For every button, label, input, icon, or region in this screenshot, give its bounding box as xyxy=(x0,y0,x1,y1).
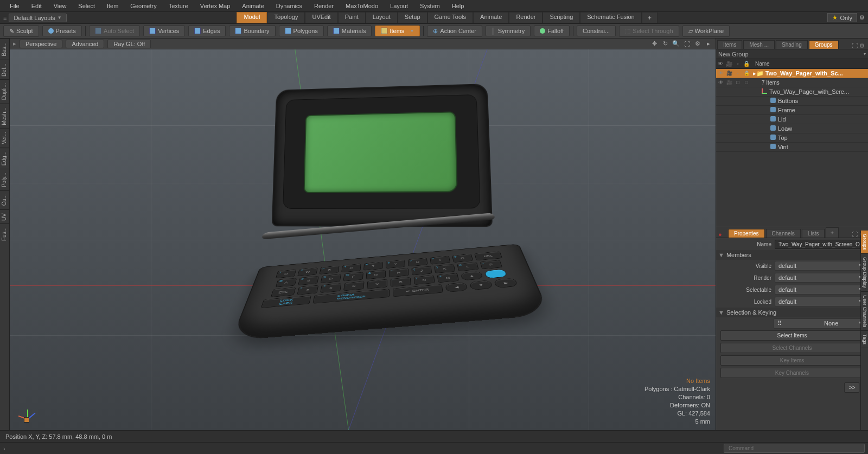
sculpt-button[interactable]: ✎Sculpt xyxy=(3,25,39,37)
layout-dropdown[interactable]: Default Layouts ▼ xyxy=(9,14,66,22)
maximize-icon[interactable]: ⛶ xyxy=(683,40,691,48)
prop-none-dropdown[interactable]: ⠿ None▾ xyxy=(774,318,865,329)
tree-row-item[interactable]: Vint xyxy=(716,143,868,152)
tab-animate[interactable]: Animate xyxy=(473,12,509,23)
tree-row-root[interactable]: 👁🎥◦🔒 ▸📁 Two_Way_Pager_with_Sc... xyxy=(716,69,868,78)
only-button[interactable]: ★ Only xyxy=(827,13,857,22)
menu-vertexmap[interactable]: Vertex Map xyxy=(195,2,236,10)
menu-animate[interactable]: Animate xyxy=(237,2,269,10)
vside-fusion[interactable]: Fus... xyxy=(0,223,9,244)
record-icon[interactable]: ● xyxy=(718,231,725,238)
key-channels-button[interactable]: Key Channels xyxy=(720,368,864,378)
rside-groupdisplay[interactable]: Group Display xyxy=(861,254,868,292)
prop-render-dropdown[interactable]: default▾ xyxy=(775,273,865,283)
ptab-properties[interactable]: Properties xyxy=(728,229,765,238)
materials-button[interactable]: Materials xyxy=(327,25,372,36)
move-icon[interactable]: ✥ xyxy=(650,40,658,48)
ptab-groups[interactable]: Groups xyxy=(809,40,839,49)
actioncenter-button[interactable]: ⊕Action Center xyxy=(427,25,482,37)
ptab-channels[interactable]: Channels xyxy=(766,229,801,238)
viewport-menu-icon[interactable]: ▸ xyxy=(13,40,16,47)
menu-system[interactable]: System xyxy=(414,2,445,10)
menu-maxtomodo[interactable]: MaxToModo xyxy=(340,2,384,10)
polygons-button[interactable]: Polygons xyxy=(279,25,324,36)
section-selkey[interactable]: ▼Selection & Keying xyxy=(716,308,868,317)
menu-file[interactable]: File xyxy=(4,2,25,10)
tree-row-item[interactable]: Loaw xyxy=(716,124,868,133)
render-icon[interactable]: 🎥 xyxy=(725,61,733,67)
tree-row-item[interactable]: Top xyxy=(716,133,868,143)
tree-row-count[interactable]: 👁🎥□□ 7 Items xyxy=(716,78,868,87)
tree-row-item[interactable]: Frame xyxy=(716,106,868,115)
gear-icon[interactable]: ⚙ xyxy=(694,40,701,48)
ptab-meshops[interactable]: Mesh ... xyxy=(743,40,775,49)
menu-layout[interactable]: Layout xyxy=(385,2,413,10)
select-channels-button[interactable]: Select Channels xyxy=(720,343,864,353)
chevron-right-icon[interactable]: › xyxy=(3,445,5,452)
maximize-icon[interactable]: ⛶ xyxy=(852,42,858,49)
menu-select[interactable]: Select xyxy=(73,2,100,10)
menu-view[interactable]: View xyxy=(48,2,72,10)
vside-uv[interactable]: UV xyxy=(0,209,9,224)
tab-render[interactable]: Render xyxy=(509,12,542,23)
tab-model[interactable]: Model xyxy=(237,12,267,23)
vside-edge[interactable]: Edg... xyxy=(0,148,9,169)
menu-item[interactable]: Item xyxy=(101,2,124,10)
section-members[interactable]: ▼Members xyxy=(716,250,868,260)
axis-gizmo[interactable] xyxy=(16,402,38,424)
symmetry-button[interactable]: ║Symmetry xyxy=(486,25,531,36)
gear-icon[interactable]: ⚙ xyxy=(859,14,865,21)
prop-visible-dropdown[interactable]: default▾ xyxy=(775,261,865,271)
tab-topology[interactable]: Topology xyxy=(267,12,305,23)
tab-scripting[interactable]: Scripting xyxy=(542,12,580,23)
key-items-button[interactable]: Key Items xyxy=(720,355,864,366)
items-button[interactable]: Items▼ xyxy=(375,25,420,36)
tab-schematicfusion[interactable]: Schematic Fusion xyxy=(580,12,641,23)
constrain-button[interactable]: Constrai... xyxy=(577,25,616,36)
viewport-3d[interactable]: 1Q2W3E4R5T6Y7U8I9ODEL @A#S$D%F&G*H(J)K0L… xyxy=(10,49,716,430)
tree-row-item[interactable]: Lid xyxy=(716,115,868,124)
menu-geometry[interactable]: Geometry xyxy=(125,2,162,10)
shading-dropdown[interactable]: Advanced xyxy=(66,40,104,48)
vside-mesh[interactable]: Mesh... xyxy=(0,104,9,129)
rside-tags[interactable]: Tags xyxy=(861,331,868,348)
falloff-button[interactable]: Falloff xyxy=(534,25,570,36)
maximize-icon[interactable]: ⛶ xyxy=(852,231,858,238)
lock-icon[interactable]: 🔒 xyxy=(742,61,751,67)
boundary-button[interactable]: Boundary xyxy=(229,25,275,36)
zoom-icon[interactable]: 🔍 xyxy=(672,40,680,48)
tab-gametools[interactable]: Game Tools xyxy=(427,12,474,23)
more-button[interactable]: >> xyxy=(844,382,859,393)
menu-render[interactable]: Render xyxy=(309,2,339,10)
tab-setup[interactable]: Setup xyxy=(398,12,427,23)
vside-curve[interactable]: Cu... xyxy=(0,190,9,209)
vside-deform[interactable]: Def... xyxy=(0,60,9,80)
raygl-dropdown[interactable]: Ray GL: Off xyxy=(107,40,151,48)
vside-basic[interactable]: Bas... xyxy=(0,39,9,60)
autoselect-button[interactable]: Auto Select xyxy=(89,25,140,36)
ptab-items[interactable]: Items xyxy=(717,40,742,49)
ptab-lists[interactable]: Lists xyxy=(802,229,825,238)
tab-add[interactable]: ＋ xyxy=(642,12,658,23)
selectthrough-button[interactable]: ⬚Select Through xyxy=(619,25,679,37)
rside-userchannels[interactable]: User Channels xyxy=(861,292,868,331)
gear-icon[interactable]: ⚙ xyxy=(859,42,866,49)
menu-help[interactable]: Help xyxy=(446,2,470,10)
chevron-right-icon[interactable]: ▸ xyxy=(705,40,712,48)
tab-layout[interactable]: Layout xyxy=(366,12,398,23)
grip-icon[interactable]: ≡ xyxy=(3,15,7,21)
menu-texture[interactable]: Texture xyxy=(163,2,194,10)
prop-name-field[interactable] xyxy=(775,240,865,249)
ptab-add[interactable]: ＋ xyxy=(826,227,839,238)
tab-paint[interactable]: Paint xyxy=(338,12,366,23)
rside-groups[interactable]: Groups xyxy=(861,231,868,254)
tree-row-locator[interactable]: Two_Way_Pager_with_Scre... xyxy=(716,87,868,97)
eye-icon[interactable]: 👁 xyxy=(716,61,725,67)
rotate-icon[interactable]: ↻ xyxy=(661,40,669,48)
tree-row-item[interactable]: Buttons xyxy=(716,97,868,106)
command-input[interactable] xyxy=(724,444,865,453)
select-icon[interactable]: ◦ xyxy=(733,61,742,67)
newgroup-button[interactable]: New Group ▾ xyxy=(716,49,868,59)
tab-uvedit[interactable]: UVEdit xyxy=(305,12,337,23)
menu-edit[interactable]: Edit xyxy=(26,2,47,10)
